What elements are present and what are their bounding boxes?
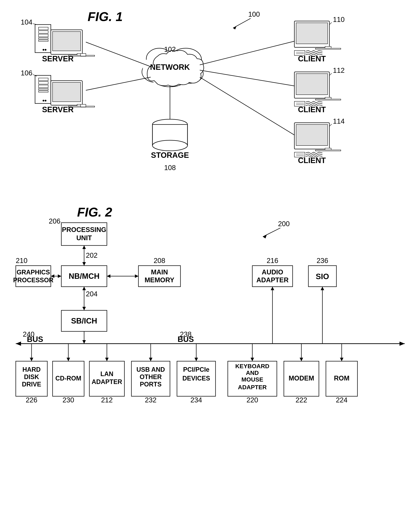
label-modem: MODEM (289, 374, 314, 382)
svg-marker-94 (399, 342, 405, 346)
svg-line-71 (200, 77, 294, 135)
svg-marker-126 (340, 358, 344, 361)
svg-marker-117 (195, 358, 198, 361)
svg-rect-57 (315, 99, 341, 100)
svg-line-38 (86, 77, 151, 90)
ref-210: 210 (16, 257, 28, 264)
label-lan: LAN (100, 370, 113, 378)
fig2-container: FIG. 2 200 PROCESSING UNIT 206 202 NB/MC… (10, 203, 413, 501)
svg-rect-2 (35, 24, 51, 53)
svg-marker-123 (300, 358, 303, 361)
svg-rect-28 (81, 104, 86, 107)
ref-100: 100 (248, 10, 260, 18)
label-client1: CLIENT (298, 54, 326, 63)
svg-rect-66 (315, 150, 341, 151)
svg-marker-90 (82, 307, 86, 310)
label-hdd2: DISK (24, 373, 39, 380)
label-keyboard4: ADAPTER (238, 384, 267, 390)
svg-marker-78 (82, 262, 86, 266)
svg-rect-46 (296, 23, 328, 44)
svg-rect-16 (35, 76, 51, 103)
label-client2: CLIENT (298, 105, 326, 114)
svg-rect-25 (52, 82, 81, 102)
ref-200: 200 (278, 220, 290, 228)
ref-104: 104 (21, 18, 32, 26)
ref-226: 226 (26, 396, 38, 404)
ref-106: 106 (21, 69, 32, 77)
label-network: NETWORK (150, 63, 190, 71)
ref-102: 102 (164, 46, 176, 53)
svg-marker-99 (271, 287, 274, 290)
svg-rect-48 (315, 48, 341, 49)
svg-line-70 (330, 124, 332, 126)
label-usb3: PORTS (140, 381, 162, 388)
label-processing-unit: PROCESSING (62, 226, 106, 233)
label-keyboard3: MOUSE (241, 376, 263, 383)
ref-212: 212 (101, 396, 113, 404)
label-sbich: SB/ICH (71, 317, 97, 325)
ref-108: 108 (164, 164, 176, 171)
ref-216: 216 (267, 257, 278, 264)
svg-point-22 (43, 100, 44, 101)
svg-line-53 (200, 41, 294, 65)
svg-rect-14 (81, 53, 86, 56)
ref-204: 204 (86, 290, 98, 298)
label-pci: PCI/PCIe (183, 366, 209, 373)
label-keyboard2: AND (246, 369, 259, 376)
svg-rect-55 (296, 74, 328, 95)
ref-206: 206 (49, 217, 60, 225)
ref-232: 232 (145, 396, 157, 404)
svg-line-62 (200, 70, 294, 86)
label-hdd: HARD (22, 366, 41, 373)
ref-238: 238 (180, 330, 192, 338)
svg-marker-77 (82, 245, 86, 249)
label-usb2: OTHER (140, 373, 162, 380)
svg-line-52 (330, 23, 332, 24)
svg-marker-111 (105, 358, 109, 361)
ref-224: 224 (336, 396, 348, 404)
label-cdrom: CD-ROM (55, 375, 81, 382)
svg-marker-82 (107, 274, 110, 278)
label-keyboard: KEYBOARD (235, 363, 270, 369)
svg-line-72 (263, 228, 280, 237)
svg-marker-87 (58, 274, 61, 278)
label-graphics: GRAPHICS (17, 269, 50, 276)
fig1-container: FIG. 1 100 104 SERV (17, 7, 394, 191)
svg-marker-120 (251, 358, 254, 361)
ref-220: 220 (247, 396, 258, 404)
svg-point-41 (152, 140, 188, 151)
svg-marker-102 (321, 287, 324, 290)
label-server2: SERVER (42, 105, 74, 114)
ref-234: 234 (190, 396, 202, 404)
svg-marker-108 (67, 358, 70, 361)
page: FIG. 1 100 104 SERV (0, 0, 420, 509)
svg-marker-89 (82, 287, 86, 290)
ref-114: 114 (333, 117, 345, 125)
svg-point-23 (45, 100, 46, 101)
label-graphics2: PROCESSOR (13, 276, 53, 284)
ref-230: 230 (63, 396, 74, 404)
svg-marker-96 (82, 340, 86, 344)
label-storage: STORAGE (151, 151, 189, 160)
label-usb: USB AND (136, 366, 165, 373)
ref-222: 222 (296, 396, 307, 404)
fig1-title: FIG. 1 (88, 10, 123, 24)
svg-marker-114 (149, 358, 152, 361)
label-server1: SERVER (42, 54, 74, 63)
svg-rect-11 (52, 31, 81, 51)
label-rom: ROM (334, 374, 350, 382)
label-main-memory2: MEMORY (144, 276, 174, 284)
svg-line-37 (86, 42, 151, 67)
ref-236: 236 (317, 257, 328, 264)
svg-point-9 (45, 49, 46, 51)
svg-rect-64 (296, 124, 328, 145)
svg-line-61 (330, 73, 332, 76)
label-client3: CLIENT (298, 156, 326, 165)
svg-marker-83 (135, 274, 138, 278)
label-hdd3: DRIVE (22, 381, 41, 388)
label-nbmch: NB/MCH (69, 272, 99, 280)
label-audio: AUDIO (262, 268, 283, 276)
ref-240: 240 (23, 330, 35, 338)
svg-marker-93 (16, 342, 21, 346)
ref-202: 202 (86, 251, 98, 259)
